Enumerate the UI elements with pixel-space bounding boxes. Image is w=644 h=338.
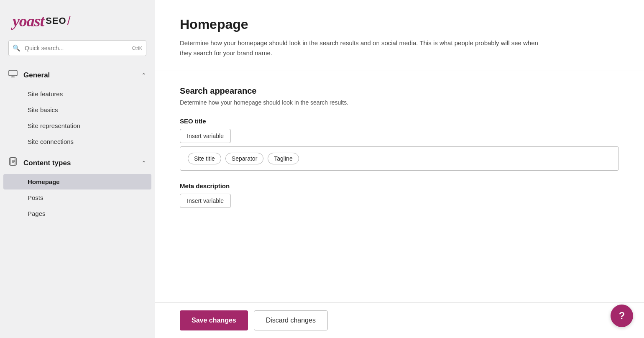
search-appearance-description: Determine how your homepage should look … — [180, 99, 619, 106]
seo-token-site-title[interactable]: Site title — [188, 153, 221, 164]
page-title: Homepage — [180, 17, 619, 32]
nav-section-content-types: Content types ⌃ Homepage Posts Pages — [0, 152, 155, 224]
meta-insert-variable-button[interactable]: Insert variable — [180, 194, 231, 208]
nav-section-content-types-header[interactable]: Content types ⌃ — [0, 152, 155, 174]
general-nav-items: Site features Site basics Site represent… — [0, 86, 155, 149]
search-input[interactable] — [8, 40, 146, 56]
seo-title-field[interactable]: Site title Separator Tagline — [180, 146, 619, 171]
nav-section-general-header[interactable]: General ⌃ — [0, 64, 155, 86]
logo: yoast SEO / — [13, 12, 142, 30]
general-chevron-icon: ⌃ — [141, 72, 146, 79]
sidebar: yoast SEO / 🔍 CtrlK General ⌃ — [0, 0, 155, 338]
sidebar-item-site-representation[interactable]: Site representation — [3, 118, 151, 133]
meta-description-label: Meta description — [180, 182, 619, 189]
sidebar-item-posts[interactable]: Posts — [3, 190, 151, 205]
logo-slash: / — [67, 14, 71, 28]
svg-rect-0 — [9, 70, 17, 76]
search-icon: 🔍 — [13, 44, 20, 52]
general-section-label: General — [23, 71, 50, 79]
content-types-chevron-icon: ⌃ — [141, 160, 146, 166]
insert-variable-button[interactable]: Insert variable — [180, 129, 231, 143]
save-changes-button[interactable]: Save changes — [180, 310, 248, 330]
seo-title-label: SEO title — [180, 118, 619, 125]
document-icon — [8, 157, 18, 169]
logo-yoast: yoast — [13, 12, 44, 30]
seo-token-tagline[interactable]: Tagline — [268, 153, 299, 164]
nav-section-general: General ⌃ Site features Site basics Site… — [0, 64, 155, 152]
page-description: Determine how your homepage should look … — [180, 38, 539, 58]
nav-section-general-left: General — [8, 69, 50, 81]
content-types-nav-items: Homepage Posts Pages — [0, 174, 155, 221]
main-content: Homepage Determine how your homepage sho… — [155, 0, 644, 338]
footer-buttons: Save changes Discard changes — [155, 302, 644, 338]
logo-area: yoast SEO / — [0, 0, 155, 40]
seo-token-separator[interactable]: Separator — [225, 153, 263, 164]
nav-section-content-types-left: Content types — [8, 157, 71, 169]
content-types-section-label: Content types — [23, 159, 71, 167]
search-appearance-title: Search appearance — [180, 86, 619, 96]
search-shortcut: CtrlK — [132, 46, 142, 51]
discard-changes-button[interactable]: Discard changes — [254, 310, 328, 330]
help-button[interactable]: ? — [611, 305, 633, 327]
monitor-icon — [8, 69, 18, 81]
search-box[interactable]: 🔍 CtrlK — [8, 40, 146, 56]
sidebar-item-site-basics[interactable]: Site basics — [3, 102, 151, 118]
logo-seo: SEO — [46, 15, 66, 26]
sidebar-item-site-features[interactable]: Site features — [3, 86, 151, 102]
sidebar-item-pages[interactable]: Pages — [3, 206, 151, 221]
sidebar-item-homepage[interactable]: Homepage — [3, 174, 151, 189]
sidebar-item-site-connections[interactable]: Site connections — [3, 134, 151, 149]
search-appearance-section: Search appearance Determine how your hom… — [155, 71, 644, 223]
page-header: Homepage Determine how your homepage sho… — [155, 0, 644, 71]
